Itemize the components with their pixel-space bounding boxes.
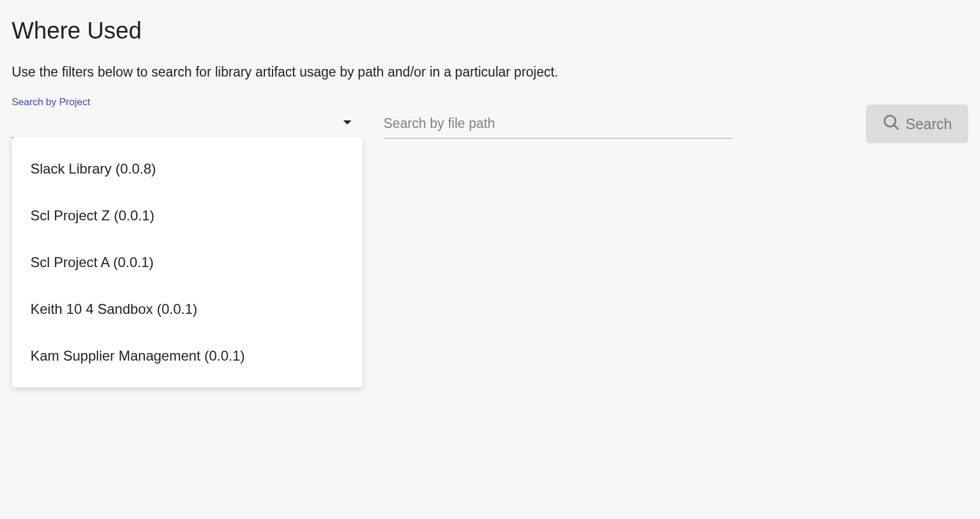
project-dropdown-panel: Slack Library (0.0.8) Scl Project Z (0.0… (12, 137, 363, 387)
page-description: Use the filters below to search for libr… (12, 64, 968, 80)
search-button[interactable]: Search (866, 105, 968, 143)
svg-point-0 (885, 116, 896, 127)
filepath-input-container (384, 109, 732, 139)
project-select-container: Search by Project Slack Library (0.0.8) … (12, 96, 360, 139)
filters-row: Search by Project Slack Library (0.0.8) … (12, 96, 968, 139)
project-option[interactable]: Kam Supplier Management (0.0.1) (12, 333, 363, 379)
svg-line-1 (894, 125, 899, 130)
project-select[interactable] (12, 109, 360, 139)
project-option[interactable]: Scl Project A (0.0.1) (12, 239, 363, 286)
page-title: Where Used (12, 18, 968, 44)
search-button-label: Search (906, 116, 952, 133)
search-icon (882, 113, 900, 134)
filepath-input[interactable] (384, 109, 732, 139)
project-option[interactable]: Slack Library (0.0.8) (12, 146, 363, 192)
project-option[interactable]: Scl Project Z (0.0.1) (12, 192, 363, 239)
project-select-label: Search by Project (12, 96, 360, 108)
project-option[interactable]: Keith 10 4 Sandbox (0.0.1) (12, 286, 363, 333)
